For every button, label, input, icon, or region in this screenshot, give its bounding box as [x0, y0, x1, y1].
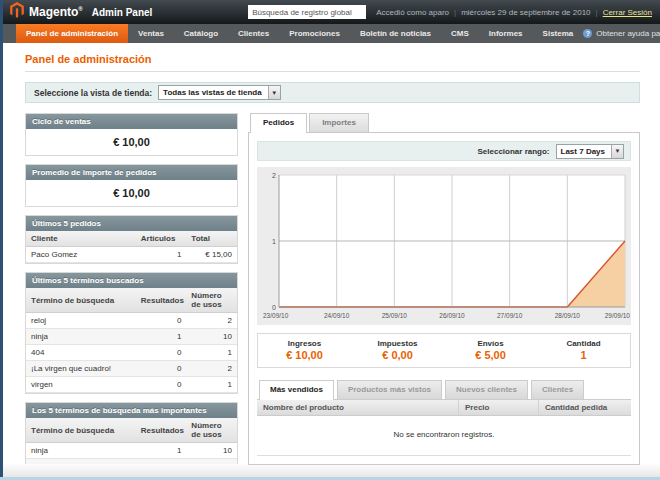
top-header: Magento® Admin Panel Accedió como aparo …: [0, 0, 660, 24]
column-header: Número de usos: [186, 418, 237, 443]
tab-clientes[interactable]: Clientes: [531, 380, 584, 399]
title-divider: [25, 71, 640, 72]
lifetime-sales-value: € 10,00: [26, 129, 237, 155]
nav-item-clientes[interactable]: Clientes: [228, 24, 279, 43]
range-select[interactable]: Last 7 Days ▼: [556, 144, 624, 159]
help-icon: ?: [583, 29, 592, 38]
logout-link[interactable]: Cerrar Sesión: [603, 8, 652, 17]
tab-mas-vendidos[interactable]: Más vendidos: [259, 380, 334, 400]
store-view-label: Seleccione la vista de tienda:: [34, 88, 152, 98]
main-nav: Panel de administración Ventas Catálogo …: [0, 24, 660, 43]
footer-space: [3, 464, 660, 477]
range-label: Seleccionar rango:: [478, 147, 550, 156]
tab-productos-mas-vistos[interactable]: Productos más vistos: [337, 380, 442, 399]
last-search-terms-title: Últimos 5 términos buscados: [26, 273, 237, 288]
column-header: Resultados: [136, 288, 187, 313]
last-search-terms-table: Término de búsqueda Resultados Número de…: [26, 288, 237, 393]
current-date-text: miércoles 29 de septiembre de 2010: [461, 8, 590, 17]
orders-amounts-tabs: Pedidos Importes: [248, 113, 640, 132]
store-view-selected-value: Todas las vistas de tienda: [163, 88, 262, 97]
average-orders-card: Promedio de importe de pedidos € 10,00: [25, 164, 238, 207]
average-orders-title: Promedio de importe de pedidos: [26, 165, 237, 180]
top-search-terms-title: Los 5 términos de búsqueda más important…: [26, 403, 237, 418]
total-cantidad: Cantidad 1: [537, 334, 630, 367]
last-orders-table: Cliente Artículos Total Paco Gomez 1 € 1…: [26, 231, 237, 263]
nav-item-boletin[interactable]: Boletín de noticias: [350, 24, 441, 43]
nav-item-informes[interactable]: Informes: [479, 24, 533, 43]
tab-pedidos[interactable]: Pedidos: [250, 113, 307, 133]
last-search-terms-card: Últimos 5 términos buscados Término de b…: [25, 272, 238, 394]
product-tabs: Más vendidos Productos más vistos Nuevos…: [257, 380, 631, 399]
global-search-input[interactable]: [248, 5, 366, 19]
separator: |: [454, 8, 456, 17]
dashboard-main: Pedidos Importes Seleccionar rango: Last…: [248, 113, 640, 480]
bestsellers-grid: Nombre del producto Precio Cantidad pedi…: [257, 399, 631, 456]
get-help-label: Obtener ayuda para esta página: [596, 29, 660, 38]
nav-item-catalogo[interactable]: Catálogo: [174, 24, 228, 43]
store-view-bar: Seleccione la vista de tienda: Todas las…: [25, 82, 640, 103]
magento-logo: Magento® Admin Panel: [10, 2, 152, 22]
total-ingresos: Ingresos € 10,00: [258, 334, 351, 367]
svg-text:2: 2: [272, 172, 276, 179]
svg-text:27/09/10: 27/09/10: [497, 312, 523, 319]
logged-in-as-text: Accedió como aparo: [376, 8, 449, 17]
range-bar: Seleccionar rango: Last 7 Days ▼: [257, 141, 631, 161]
table-row[interactable]: ninja 1 10: [26, 443, 237, 459]
column-header: Número de usos: [186, 288, 237, 313]
average-orders-value: € 10,00: [26, 180, 237, 206]
chevron-down-icon: ▼: [611, 145, 623, 158]
svg-text:23/09/10: 23/09/10: [263, 312, 289, 319]
get-help-link[interactable]: ? Obtener ayuda para esta página: [583, 24, 660, 43]
trademark-symbol: ®: [78, 6, 82, 12]
totals-bar: Ingresos € 10,00 Impuestos € 0,00 Envíos…: [257, 333, 631, 368]
grid-header: Nombre del producto Precio Cantidad pedi…: [257, 400, 631, 416]
column-header: Artículos: [136, 231, 187, 247]
page-content: Panel de administración Seleccione la vi…: [0, 43, 660, 480]
table-row[interactable]: 404 0 1: [26, 345, 237, 361]
lifetime-sales-title: Ciclo de ventas: [26, 114, 237, 129]
column-header: Resultados: [136, 418, 187, 443]
orders-chart-area: 01223/09/1024/09/1025/09/1026/09/1027/09…: [257, 167, 631, 325]
brand-name: Magento®: [29, 5, 83, 19]
magento-m-icon: [10, 2, 24, 22]
left-column: Ciclo de ventas € 10,00 Promedio de impo…: [25, 113, 238, 480]
svg-text:25/09/10: 25/09/10: [382, 312, 408, 319]
total-impuestos: Impuestos € 0,00: [351, 334, 444, 367]
store-view-select[interactable]: Todas las vistas de tienda ▼: [158, 85, 281, 100]
table-row[interactable]: ¡La virgen que cuadro! 0 2: [26, 361, 237, 377]
page-title: Panel de administración: [25, 53, 640, 65]
svg-text:29/09/10: 29/09/10: [605, 312, 631, 319]
svg-text:1: 1: [272, 238, 276, 245]
nav-item-cms[interactable]: CMS: [441, 24, 479, 43]
column-header-price: Precio: [459, 400, 539, 415]
table-row[interactable]: reloj 0 2: [26, 313, 237, 329]
nav-item-sistema[interactable]: Sistema: [533, 24, 584, 43]
column-header: Término de búsqueda: [26, 288, 136, 313]
separator: |: [596, 8, 598, 17]
svg-text:24/09/10: 24/09/10: [324, 312, 350, 319]
table-row[interactable]: Paco Gomez 1 € 15,00: [26, 247, 237, 263]
tab-importes[interactable]: Importes: [309, 113, 369, 132]
column-header: Cliente: [26, 231, 136, 247]
brand-suffix: Admin Panel: [92, 7, 153, 18]
svg-text:26/09/10: 26/09/10: [439, 312, 465, 319]
column-header-product: Nombre del producto: [257, 400, 459, 415]
total-envios: Envíos € 5,00: [444, 334, 537, 367]
last-orders-card: Últimos 5 pedidos Cliente Artículos Tota…: [25, 215, 238, 264]
table-row[interactable]: virgen 0 1: [26, 377, 237, 393]
nav-item-ventas[interactable]: Ventas: [128, 24, 174, 43]
empty-records-message: No se encontraron registros.: [257, 416, 631, 456]
tab-nuevos-clientes[interactable]: Nuevos clientes: [445, 380, 528, 399]
last-orders-title: Últimos 5 pedidos: [26, 216, 237, 231]
table-row[interactable]: ninja 1 10: [26, 329, 237, 345]
orders-panel: Seleccionar rango: Last 7 Days ▼ 01223/0…: [248, 132, 640, 465]
nav-item-promociones[interactable]: Promociones: [279, 24, 350, 43]
orders-chart: 01223/09/1024/09/1025/09/1026/09/1027/09…: [257, 167, 631, 325]
nav-item-panel-de-administracion[interactable]: Panel de administración: [16, 24, 128, 43]
svg-text:0: 0: [272, 304, 276, 311]
login-info: Accedió como aparo | miércoles 29 de sep…: [376, 8, 652, 17]
lifetime-sales-card: Ciclo de ventas € 10,00: [25, 113, 238, 156]
column-header-qty: Cantidad pedida: [539, 400, 631, 415]
window-left-border: [0, 0, 3, 480]
chevron-down-icon: ▼: [268, 86, 280, 99]
